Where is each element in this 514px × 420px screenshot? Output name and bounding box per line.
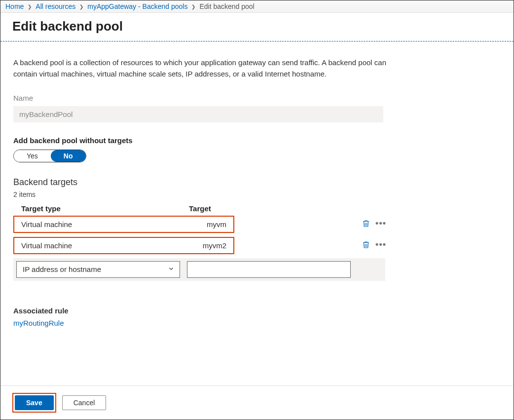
target-row-highlight: Virtual machine myvm	[13, 216, 234, 233]
breadcrumb-home[interactable]: Home	[5, 2, 24, 10]
cell-target: myvm	[189, 220, 226, 229]
cell-target: myvm2	[189, 241, 226, 250]
intro-text: A backend pool is a collection of resour…	[13, 57, 388, 80]
backend-targets-label: Backend targets	[13, 177, 501, 188]
chevron-right-icon: ❯	[79, 4, 83, 9]
target-row-highlight: Virtual machine myvm2	[13, 237, 234, 254]
breadcrumb-all-resources[interactable]: All resources	[36, 2, 75, 10]
more-icon[interactable]: •••	[375, 219, 386, 230]
footer-actions: Save Cancel	[0, 385, 514, 420]
breadcrumb: Home ❯ All resources ❯ myAppGateway - Ba…	[0, 0, 514, 13]
target-value-input[interactable]	[187, 261, 351, 278]
table-row: Virtual machine myvm •••	[13, 216, 388, 233]
table-header: Target type Target	[13, 204, 388, 213]
target-type-select[interactable]: IP address or hostname	[16, 261, 180, 278]
delete-icon[interactable]	[362, 240, 370, 251]
target-type-select-value: IP address or hostname	[23, 265, 101, 273]
cell-target-type: Virtual machine	[21, 241, 189, 250]
more-icon[interactable]: •••	[375, 240, 386, 251]
header-target-type: Target type	[21, 204, 189, 213]
save-button[interactable]: Save	[15, 395, 54, 410]
without-targets-label: Add backend pool without targets	[13, 136, 501, 145]
items-count: 2 items	[13, 191, 501, 198]
new-target-row: IP address or hostname	[13, 258, 385, 281]
chevron-down-icon	[168, 265, 175, 273]
toggle-yes[interactable]: Yes	[14, 150, 51, 162]
cell-target-type: Virtual machine	[21, 220, 189, 229]
table-row: Virtual machine myvm2 •••	[13, 237, 388, 254]
associated-rule-label: Associated rule	[13, 306, 501, 315]
save-highlight: Save	[12, 393, 56, 413]
without-targets-toggle[interactable]: Yes No	[13, 150, 86, 162]
chevron-right-icon: ❯	[28, 4, 32, 9]
name-label: Name	[13, 94, 501, 102]
header-target: Target	[189, 204, 380, 213]
toggle-no[interactable]: No	[51, 150, 86, 162]
breadcrumb-gateway[interactable]: myAppGateway - Backend pools	[87, 2, 187, 10]
name-input: myBackendPool	[13, 106, 383, 122]
chevron-right-icon: ❯	[191, 4, 195, 9]
associated-rule-link[interactable]: myRoutingRule	[13, 319, 64, 327]
breadcrumb-current: Edit backend pool	[199, 2, 254, 10]
page-title: Edit backend pool	[0, 13, 514, 41]
cancel-button[interactable]: Cancel	[62, 395, 107, 410]
delete-icon[interactable]	[362, 219, 370, 230]
